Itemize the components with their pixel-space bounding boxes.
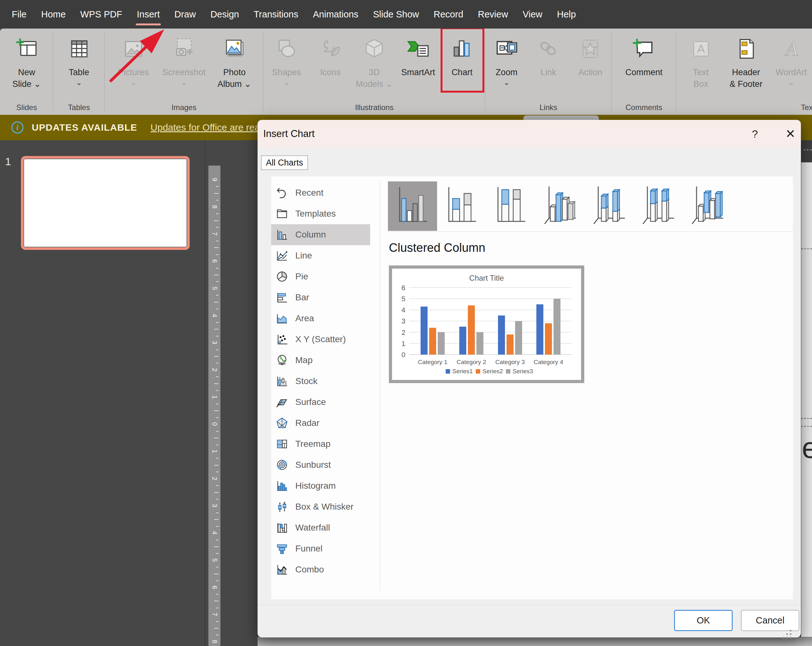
subtype-stacked-column-icon[interactable] xyxy=(437,181,486,231)
chart-type-label: Stock xyxy=(295,376,317,386)
chart-type-funnel[interactable]: Funnel xyxy=(271,538,370,559)
menu-tab-insert[interactable]: Insert xyxy=(130,0,167,29)
ribbon-button-link: Link xyxy=(528,29,569,102)
menu-bar: FileHomeWPS PDFInsertDrawDesignTransitio… xyxy=(0,0,812,29)
preview-chart: Chart Title0123456Category 1Category 2Ca… xyxy=(392,269,581,380)
chart-type-treemap[interactable]: Treemap xyxy=(271,434,370,454)
ribbon-button-zoom[interactable]: Zoom⌄ xyxy=(486,29,527,102)
placeholder-dashed-border xyxy=(801,418,812,419)
chart-type-column[interactable]: Column xyxy=(271,224,370,245)
editing-area-top-sliver xyxy=(801,140,812,162)
slide-text-fragment: e xyxy=(802,431,812,465)
ribbon-group-label: Slides xyxy=(0,102,53,115)
menu-tab-help[interactable]: Help xyxy=(550,0,583,29)
ribbon-button-chart[interactable]: Chart xyxy=(441,29,483,102)
svg-text:Category 2: Category 2 xyxy=(457,359,486,365)
cancel-button[interactable]: Cancel xyxy=(741,610,799,631)
ribbon-button-header-footer[interactable]: Header& Footer xyxy=(725,29,767,102)
menu-tab-animations[interactable]: Animations xyxy=(305,0,365,29)
menu-tab-slide-show[interactable]: Slide Show xyxy=(366,0,426,29)
chart-type-surface[interactable]: Surface xyxy=(271,392,370,413)
menu-tab-view[interactable]: View xyxy=(516,0,550,29)
chart-type-bar[interactable]: Bar xyxy=(271,287,370,308)
ruler-number: 3 xyxy=(211,337,218,349)
chart-type-box-whisker[interactable]: Box & Whisker xyxy=(271,496,370,517)
menu-tab-home[interactable]: Home xyxy=(34,0,73,29)
chart-type-map[interactable]: Map xyxy=(271,350,370,371)
vertical-ruler: 987654321012345678 xyxy=(208,166,220,646)
subtype-3d-column-icon[interactable] xyxy=(683,181,732,231)
chart-type-area[interactable]: Area xyxy=(271,308,370,329)
close-icon[interactable]: ✕ xyxy=(781,126,799,142)
button-label: Header xyxy=(732,67,760,78)
slide-thumbnail[interactable] xyxy=(21,156,190,250)
button-label: New xyxy=(18,67,35,78)
ribbon-button-smartart[interactable]: SmartArt xyxy=(397,29,439,102)
menu-tab-transitions[interactable]: Transitions xyxy=(246,0,306,29)
ribbon-group-tables: Table⌄Tables xyxy=(53,29,105,115)
button-label: 3D xyxy=(369,67,380,78)
subtype-3d-100-stacked-column-icon[interactable] xyxy=(634,181,683,231)
chart-type-recent[interactable]: Recent xyxy=(271,182,370,203)
chart-type-waterfall[interactable]: Waterfall xyxy=(271,517,370,538)
chart-type-templates[interactable]: Templates xyxy=(271,203,370,224)
ribbon-button-photo-album[interactable]: PhotoAlbum ⌄ xyxy=(214,29,255,102)
svg-text:4: 4 xyxy=(401,306,405,314)
ribbon-button-action: Action xyxy=(570,29,611,102)
chart-preview[interactable]: Chart Title0123456Category 1Category 2Ca… xyxy=(389,265,584,383)
resize-grip[interactable] xyxy=(790,630,791,631)
button-label: Comment xyxy=(625,67,662,78)
menu-tab-design[interactable]: Design xyxy=(203,0,246,29)
svg-text:Series1: Series1 xyxy=(452,368,473,375)
chevron-down-icon: ⌄ xyxy=(130,78,137,87)
ribbon-button-table[interactable]: Table⌄ xyxy=(58,29,99,102)
ruler-number: 4 xyxy=(211,527,218,539)
chart-type-sunburst[interactable]: Sunburst xyxy=(271,454,370,475)
menu-tab-file[interactable]: File xyxy=(5,0,34,29)
subtype-3d-clustered-column-icon[interactable] xyxy=(536,181,585,231)
panel-divider[interactable] xyxy=(205,140,205,646)
chart-type-x-y-scatter-[interactable]: X Y (Scatter) xyxy=(271,329,370,350)
svg-text:Category 4: Category 4 xyxy=(534,359,563,365)
chart-type-histogram[interactable]: Histogram xyxy=(271,475,370,496)
placeholder-dashed-border xyxy=(801,426,812,427)
ruler-number: 5 xyxy=(211,282,218,294)
chart-type-label: Pie xyxy=(295,271,308,282)
subtype-3d-stacked-column-icon[interactable] xyxy=(585,181,634,231)
ok-button[interactable]: OK xyxy=(674,610,733,631)
ribbon-button-icons: Icons xyxy=(310,29,351,102)
chart-type-label: Combo xyxy=(295,564,324,574)
column-icon xyxy=(276,229,290,241)
help-icon[interactable]: ? xyxy=(746,126,764,142)
ruler-number: 7 xyxy=(211,228,218,240)
button-label: Link xyxy=(540,67,556,78)
button-label: WordArt xyxy=(775,67,807,78)
subtype-100-stacked-column-icon[interactable] xyxy=(486,181,536,231)
ribbon-group-label: Links xyxy=(485,102,612,115)
ruler-number: 8 xyxy=(211,201,218,213)
menu-tab-record[interactable]: Record xyxy=(426,0,471,29)
chart-type-line[interactable]: Line xyxy=(271,245,370,266)
ribbon-group-label: Comments xyxy=(612,102,676,115)
chart-type-pie[interactable]: Pie xyxy=(271,266,370,287)
chart-type-stock[interactable]: Stock xyxy=(271,371,370,392)
dialog-header[interactable]: Insert Chart ? ✕ xyxy=(258,120,801,148)
button-label: Slide ⌄ xyxy=(12,78,41,90)
tab-all-charts[interactable]: All Charts xyxy=(261,155,308,170)
ribbon-button-text-box: ATextBox xyxy=(680,29,722,102)
chart-type-combo[interactable]: Combo xyxy=(271,559,370,580)
ribbon-button-3d-models: 3DModels ⌄ xyxy=(354,29,395,102)
subtype-clustered-column-icon[interactable] xyxy=(388,181,437,231)
menu-tab-draw[interactable]: Draw xyxy=(167,0,203,29)
button-label: Table xyxy=(69,67,89,78)
menu-tab-wps-pdf[interactable]: WPS PDF xyxy=(73,0,130,29)
updates-link[interactable]: Updates for Office are rea xyxy=(151,122,260,133)
ribbon-button-comment[interactable]: Comment xyxy=(623,29,664,102)
table-icon xyxy=(67,31,90,67)
ruler-number: 1 xyxy=(211,445,218,457)
button-label: Photo xyxy=(223,67,246,78)
ribbon-button-new-slide[interactable]: NewSlide ⌄ xyxy=(6,29,47,102)
svg-text:5: 5 xyxy=(401,295,405,303)
chart-type-radar[interactable]: Radar xyxy=(271,413,370,434)
menu-tab-review[interactable]: Review xyxy=(471,0,516,29)
